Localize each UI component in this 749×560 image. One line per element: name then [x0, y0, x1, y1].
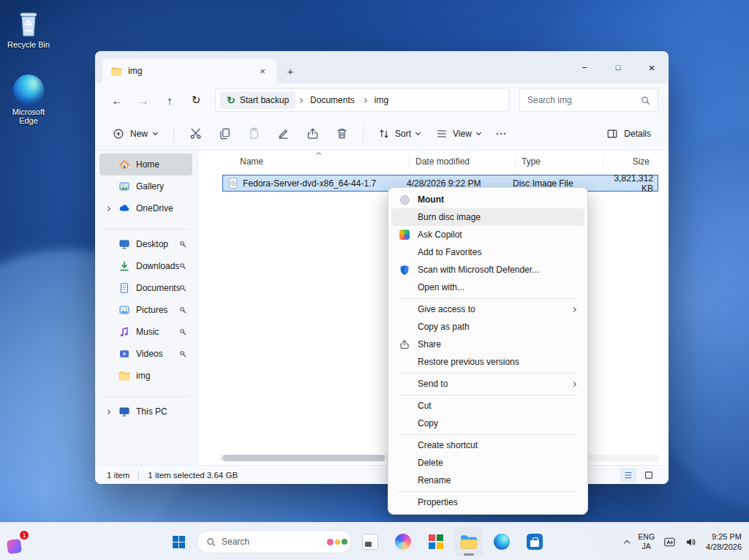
- share-button[interactable]: [298, 122, 326, 145]
- menu-item-properties[interactable]: Properties: [391, 493, 584, 511]
- refresh-button[interactable]: ↻: [184, 88, 208, 112]
- breadcrumb-img[interactable]: img: [369, 95, 394, 105]
- forward-button[interactable]: →: [132, 88, 155, 112]
- expand-chevron-icon[interactable]: [105, 205, 110, 211]
- microsoft-app-button[interactable]: [421, 527, 451, 556]
- tab-close-icon[interactable]: ×: [255, 63, 271, 79]
- language-primary: ENG: [638, 532, 655, 542]
- taskbar: 1 Search: [0, 522, 749, 560]
- column-header-size[interactable]: Size: [603, 154, 655, 169]
- volume-icon[interactable]: [685, 536, 697, 548]
- language-indicator[interactable]: ENG JA: [638, 532, 655, 550]
- pin-icon: [179, 262, 187, 270]
- new-plus-icon: [113, 128, 124, 140]
- sync-icon: ↻: [227, 95, 236, 105]
- videos-icon: [118, 348, 130, 360]
- breadcrumb-documents[interactable]: Documents: [305, 95, 360, 105]
- menu-item-cut[interactable]: Cut: [391, 397, 584, 415]
- start-backup-label: Start backup: [240, 95, 289, 105]
- menu-item-open-with[interactable]: Open with...: [391, 279, 584, 296]
- window-controls: – □ ×: [568, 51, 669, 83]
- menu-item-share[interactable]: Share: [391, 336, 584, 353]
- sidebar-item-onedrive[interactable]: OneDrive: [99, 197, 192, 219]
- sidebar-item-documents[interactable]: Documents: [99, 277, 192, 299]
- back-button[interactable]: ←: [105, 88, 129, 112]
- details-view-icon: [623, 470, 633, 480]
- menu-item-give-access-to[interactable]: Give access to: [391, 300, 584, 318]
- menu-item-delete[interactable]: Delete: [391, 454, 584, 472]
- file-explorer-button[interactable]: [454, 527, 483, 556]
- column-header-date-modified[interactable]: Date modified: [409, 154, 515, 169]
- taskbar-corner-app[interactable]: 1: [7, 531, 29, 553]
- thumbnail-view-button[interactable]: [641, 468, 657, 483]
- cut-button[interactable]: [181, 122, 209, 145]
- pin-icon: [179, 284, 187, 292]
- edge-button[interactable]: [487, 527, 516, 556]
- column-headers: Name Date modified Type Size: [197, 151, 669, 173]
- copilot-button[interactable]: [388, 527, 418, 556]
- rename-button[interactable]: [269, 122, 297, 145]
- menu-item-restore-previous-versions[interactable]: Restore previous versions: [391, 353, 584, 371]
- sidebar-item-this-pc[interactable]: This PC: [99, 401, 192, 423]
- taskbar-search[interactable]: Search: [197, 530, 352, 553]
- sidebar-item-desktop[interactable]: Desktop: [99, 233, 192, 255]
- minimize-button[interactable]: –: [568, 51, 601, 83]
- explorer-tab[interactable]: img ×: [102, 58, 276, 83]
- paste-button[interactable]: [240, 122, 268, 145]
- file-name-cell: Fedora-Server-dvd-x86_64-44-1.7: [227, 178, 407, 189]
- maximize-button[interactable]: □: [601, 51, 635, 83]
- sidebar-item-pictures[interactable]: Pictures: [99, 299, 192, 321]
- menu-separator: [397, 434, 579, 435]
- up-button[interactable]: ↑: [158, 88, 181, 112]
- sidebar-item-img[interactable]: img: [99, 365, 192, 387]
- desktop-icon-edge[interactable]: Microsoft Edge: [0, 75, 57, 125]
- menu-item-ask-copilot[interactable]: Ask Copilot: [391, 226, 584, 243]
- edge-label: Microsoft Edge: [5, 107, 52, 125]
- sidebar-item-music[interactable]: Music: [99, 321, 192, 343]
- delete-button[interactable]: [328, 122, 355, 145]
- scrollbar-thumb[interactable]: [222, 455, 385, 461]
- view-button[interactable]: View: [429, 122, 488, 145]
- sidebar-item-videos[interactable]: Videos: [99, 343, 192, 365]
- column-header-name[interactable]: Name: [222, 154, 409, 169]
- hidden-icons-chevron-icon[interactable]: [624, 540, 630, 545]
- close-button[interactable]: ×: [635, 51, 669, 83]
- column-header-type[interactable]: Type: [515, 154, 603, 169]
- search-box[interactable]: [519, 88, 658, 112]
- start-backup-button[interactable]: ↻ Start backup: [220, 91, 296, 109]
- sidebar-item-home[interactable]: Home: [99, 154, 192, 175]
- new-tab-button[interactable]: +: [282, 63, 298, 79]
- sidebar-music-label: Music: [136, 327, 159, 337]
- expand-chevron-icon[interactable]: [105, 409, 110, 414]
- copy-icon: [219, 127, 231, 140]
- details-pane-button[interactable]: Details: [598, 122, 660, 145]
- menu-item-create-shortcut[interactable]: Create shortcut: [391, 436, 584, 454]
- music-icon: [118, 326, 130, 338]
- more-options-button[interactable]: ···: [489, 122, 514, 145]
- menu-item-send-to[interactable]: Send to: [391, 375, 584, 393]
- menu-item-add-to-favorites[interactable]: Add to Favorites: [391, 243, 584, 261]
- new-button[interactable]: New: [104, 122, 166, 145]
- microsoft-store-button[interactable]: [520, 527, 549, 556]
- search-input[interactable]: [527, 95, 641, 105]
- menu-item-mount[interactable]: Mount: [391, 191, 584, 208]
- menu-item-burn-disc-image[interactable]: Burn disc image: [391, 208, 584, 226]
- ime-icon[interactable]: [663, 536, 676, 548]
- start-button[interactable]: [164, 527, 193, 556]
- details-view-button[interactable]: [620, 468, 636, 483]
- sidebar-item-downloads[interactable]: Downloads: [99, 255, 192, 277]
- clock[interactable]: 9:25 PM 4/28/2026: [706, 531, 742, 553]
- address-bar[interactable]: ↻ Start backup Documents img: [215, 88, 509, 112]
- view-icon: [436, 128, 448, 140]
- menu-item-scan-with-defender[interactable]: Scan with Microsoft Defender...: [391, 261, 584, 279]
- sidebar-item-gallery[interactable]: Gallery: [99, 175, 192, 197]
- sidebar-this-pc-label: This PC: [136, 406, 168, 417]
- file-name: Fedora-Server-dvd-x86_64-44-1.7: [243, 178, 376, 189]
- sort-button[interactable]: Sort: [371, 122, 427, 145]
- menu-item-rename[interactable]: Rename: [391, 472, 584, 489]
- menu-item-copy[interactable]: Copy: [391, 415, 584, 432]
- copy-button[interactable]: [211, 122, 238, 145]
- pinned-app-button[interactable]: [355, 527, 385, 556]
- menu-item-copy-as-path[interactable]: Copy as path: [391, 318, 584, 336]
- desktop-icon-recycle-bin[interactable]: Recycle Bin: [0, 9, 57, 49]
